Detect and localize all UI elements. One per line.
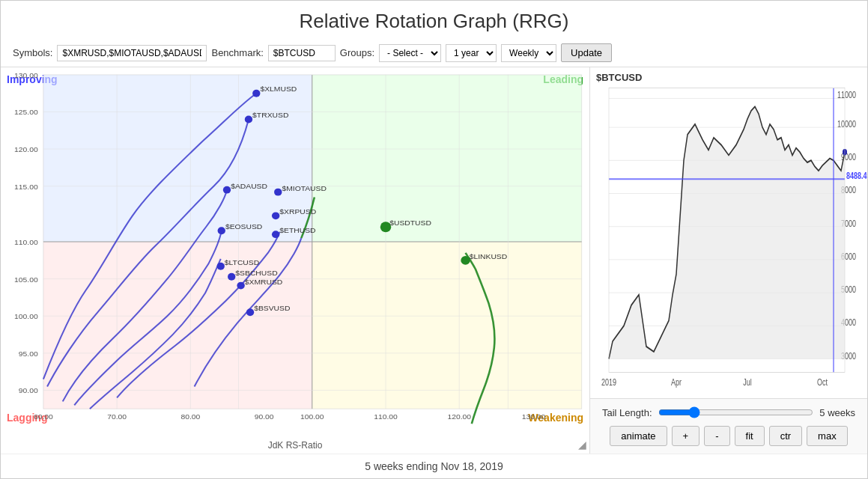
svg-rect-1 <box>43 75 312 242</box>
svg-text:$EOSUSD: $EOSUSD <box>225 222 262 231</box>
svg-text:Apr: Apr <box>671 377 682 388</box>
svg-point-55 <box>217 263 225 270</box>
interval-select[interactable]: Weekly <box>501 44 556 62</box>
btc-chart-title: $BTCUSD <box>596 72 642 83</box>
tail-length-slider[interactable] <box>658 406 814 418</box>
right-panel: $BTCUSD 11000 10000 9000 8000 7000 6000 … <box>590 67 867 454</box>
toolbar: Symbols: Benchmark: Groups: - Select - 1… <box>1 39 867 67</box>
rrg-svg: 130.00 125.00 120.00 115.00 110.00 105.0… <box>1 67 589 431</box>
svg-point-51 <box>272 212 279 219</box>
tail-length-value: 5 weeks <box>819 407 855 418</box>
symbols-input[interactable] <box>57 45 207 61</box>
rrg-chart: Improving Leading Lagging Weakening JdK … <box>1 67 590 454</box>
svg-text:8488.49: 8488.49 <box>846 171 867 181</box>
animate-button[interactable]: animate <box>610 426 667 446</box>
svg-text:90.00: 90.00 <box>255 412 274 421</box>
svg-text:120.00: 120.00 <box>447 412 471 421</box>
main-area: Improving Leading Lagging Weakening JdK … <box>1 67 867 454</box>
ctr-button[interactable]: ctr <box>769 426 802 446</box>
svg-point-61 <box>246 308 254 316</box>
fit-button[interactable]: fit <box>735 426 765 446</box>
groups-label: Groups: <box>340 47 374 58</box>
svg-text:80.00: 80.00 <box>180 412 200 421</box>
benchmark-input[interactable] <box>268 45 336 61</box>
svg-text:70.00: 70.00 <box>107 412 127 421</box>
groups-select[interactable]: - Select - <box>379 44 441 62</box>
x-axis-label: JdK RS-Ratio <box>268 440 323 451</box>
svg-text:95.00: 95.00 <box>19 350 38 358</box>
svg-text:115.00: 115.00 <box>14 183 38 191</box>
btc-chart: $BTCUSD 11000 10000 9000 8000 7000 6000 … <box>590 67 867 399</box>
svg-point-43 <box>245 115 252 123</box>
svg-rect-4 <box>312 242 582 409</box>
svg-text:$XLMUSD: $XLMUSD <box>260 85 297 93</box>
period-select[interactable]: 1 year <box>446 44 497 62</box>
btc-svg: 11000 10000 9000 8000 7000 6000 5000 400… <box>590 67 867 398</box>
svg-point-53 <box>272 231 279 238</box>
svg-text:105.00: 105.00 <box>14 275 38 284</box>
update-button[interactable]: Update <box>561 43 612 62</box>
svg-point-57 <box>228 273 235 281</box>
plus-button[interactable]: + <box>672 426 700 446</box>
svg-text:Oct: Oct <box>817 377 828 388</box>
svg-text:$MIOTAUSD: $MIOTAUSD <box>282 184 327 192</box>
chart-footer: 5 weeks ending Nov 18, 2019 <box>1 454 867 478</box>
svg-text:130.00: 130.00 <box>14 71 38 79</box>
svg-text:125.00: 125.00 <box>14 109 38 117</box>
max-button[interactable]: max <box>807 426 848 446</box>
svg-text:110.00: 110.00 <box>14 238 38 246</box>
svg-text:$XMRUSD: $XMRUSD <box>245 278 283 286</box>
benchmark-label: Benchmark: <box>211 47 263 58</box>
svg-text:90.00: 90.00 <box>19 387 38 395</box>
svg-text:100.00: 100.00 <box>300 412 324 421</box>
page-title: Relative Rotation Graph (RRG) <box>1 1 867 39</box>
resize-handle: ◢ <box>578 439 586 451</box>
svg-text:Jul: Jul <box>743 377 752 388</box>
svg-text:$LINKUSD: $LINKUSD <box>470 252 508 260</box>
svg-text:130.00: 130.00 <box>522 412 546 421</box>
svg-text:2019: 2019 <box>601 377 616 388</box>
svg-text:110.00: 110.00 <box>374 412 398 421</box>
symbols-label: Symbols: <box>13 47 52 58</box>
svg-point-45 <box>223 186 231 194</box>
svg-text:$BSVUSD: $BSVUSD <box>254 305 290 313</box>
tail-length-label: Tail Length: <box>602 407 652 418</box>
minus-button[interactable]: - <box>704 426 729 446</box>
svg-text:120.00: 120.00 <box>14 145 38 153</box>
svg-text:$XRPUSD: $XRPUSD <box>279 208 316 216</box>
svg-text:$SBCHUSD: $SBCHUSD <box>235 269 277 277</box>
svg-text:60.00: 60.00 <box>34 412 53 421</box>
app-container: Relative Rotation Graph (RRG) Symbols: B… <box>0 0 868 479</box>
svg-point-59 <box>237 282 244 290</box>
svg-text:$TRXUSD: $TRXUSD <box>252 112 288 120</box>
svg-text:100.00: 100.00 <box>14 312 38 320</box>
svg-point-47 <box>218 227 225 234</box>
tail-length-row: Tail Length: 5 weeks <box>602 406 855 418</box>
controls-panel: Tail Length: 5 weeks animate + - fit ctr… <box>590 399 867 454</box>
svg-rect-2 <box>312 75 582 242</box>
action-buttons: animate + - fit ctr max <box>602 426 855 446</box>
svg-text:$USDTUSD: $USDTUSD <box>389 219 431 227</box>
svg-text:$ETHUSD: $ETHUSD <box>279 226 315 234</box>
svg-text:$ADAUSD: $ADAUSD <box>231 182 267 190</box>
svg-point-49 <box>274 189 282 196</box>
svg-point-41 <box>252 90 260 97</box>
svg-text:$LTCUSD: $LTCUSD <box>225 258 259 266</box>
